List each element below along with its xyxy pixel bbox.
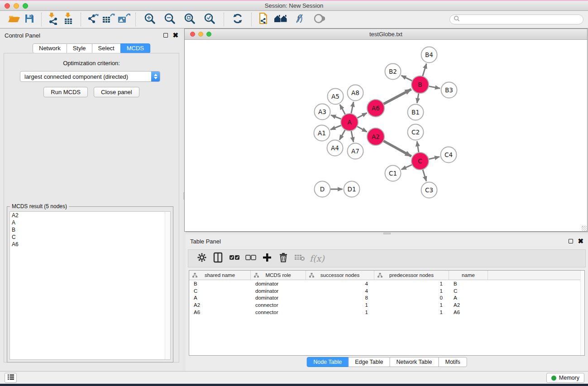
- show-column-button[interactable]: [210, 251, 226, 266]
- graph-edge-C-C3[interactable]: [422, 168, 426, 181]
- table-scrollbar[interactable]: [580, 271, 584, 355]
- graph-node-A4[interactable]: A4: [327, 140, 343, 156]
- mcds-result-item[interactable]: C: [10, 234, 170, 241]
- graph-edge-B-B1[interactable]: [417, 92, 419, 103]
- import-network-button[interactable]: [46, 12, 61, 27]
- minimize-traffic-light[interactable]: [198, 32, 203, 37]
- graph-node-B1[interactable]: B1: [408, 105, 424, 120]
- mcds-result-list[interactable]: A2ABCA6: [10, 211, 171, 360]
- mcds-result-item[interactable]: A6: [10, 241, 170, 248]
- zoom-selected-button[interactable]: [200, 12, 220, 27]
- graph-edge-B-B2[interactable]: [402, 76, 413, 81]
- deselect-all-button[interactable]: [243, 251, 259, 266]
- graph-node-A8[interactable]: A8: [348, 85, 363, 101]
- graph-edge-C-C1[interactable]: [402, 164, 413, 170]
- function-toggle-button[interactable]: f: [290, 12, 309, 27]
- optimization-criterion-dropdown[interactable]: largest connected component (directed): [20, 71, 160, 82]
- graph-node-B2[interactable]: B2: [385, 64, 401, 80]
- graph-node-C[interactable]: C: [411, 152, 429, 170]
- graph-edge-A-A3[interactable]: [331, 115, 342, 119]
- table-row[interactable]: Cdominator41C: [189, 287, 584, 295]
- tab-motifs[interactable]: Motifs: [438, 357, 467, 367]
- graph-edge-A-A2[interactable]: [356, 126, 367, 132]
- close-panel-button[interactable]: Close panel: [94, 87, 139, 97]
- column-header-name[interactable]: name: [449, 271, 488, 280]
- zoom-out-button[interactable]: [160, 12, 180, 27]
- home-button[interactable]: [271, 12, 290, 27]
- close-traffic-light[interactable]: [5, 3, 10, 9]
- table-row[interactable]: Bdominator41B: [189, 280, 584, 287]
- tab-node-table[interactable]: Node Table: [306, 357, 349, 367]
- search-input[interactable]: [462, 16, 579, 23]
- network-canvas[interactable]: B4B2BB3A8A5A6A3B1AA1C2A2A4A7C4CC1C3DD1: [185, 40, 587, 231]
- delete-table-button[interactable]: [292, 251, 308, 266]
- graph-edge-A-A5[interactable]: [340, 105, 346, 115]
- graph-edge-B-B4[interactable]: [422, 64, 426, 77]
- mcds-result-item[interactable]: A: [10, 219, 170, 226]
- graph-node-A7[interactable]: A7: [348, 143, 363, 159]
- graph-edge-C-C2[interactable]: [417, 141, 419, 153]
- save-session-button[interactable]: [22, 12, 37, 27]
- column-header-shared-name[interactable]: shared name: [189, 271, 251, 280]
- graph-node-C4[interactable]: C4: [441, 147, 457, 163]
- graph-edge-C-C4[interactable]: [428, 157, 440, 159]
- open-session-button[interactable]: [6, 12, 22, 27]
- zoom-traffic-light[interactable]: [206, 32, 211, 37]
- delete-column-button[interactable]: [275, 251, 292, 266]
- graph-node-B3[interactable]: B3: [441, 82, 457, 98]
- graph-node-A[interactable]: A: [341, 114, 358, 131]
- list-scrollbar[interactable]: [165, 212, 170, 359]
- graph-node-A5[interactable]: A5: [328, 89, 344, 105]
- add-column-button[interactable]: [259, 251, 275, 266]
- zoom-fit-button[interactable]: [180, 12, 200, 27]
- tab-network[interactable]: Network: [33, 43, 67, 53]
- export-table-button[interactable]: [100, 12, 116, 27]
- close-panel-icon[interactable]: ✖: [172, 33, 178, 38]
- tab-style[interactable]: Style: [67, 43, 92, 53]
- graph-node-B4[interactable]: B4: [421, 47, 437, 63]
- tab-edge-table[interactable]: Edge Table: [348, 357, 390, 367]
- graph-node-A3[interactable]: A3: [315, 104, 330, 120]
- graph-edge-A2-C[interactable]: [382, 140, 411, 156]
- run-mcds-button[interactable]: Run MCDS: [43, 87, 88, 97]
- mcds-result-item[interactable]: A2: [10, 212, 170, 219]
- memory-button[interactable]: Memory: [546, 373, 584, 383]
- graph-node-D[interactable]: D: [315, 181, 330, 197]
- graph-edge-B-B3[interactable]: [428, 86, 440, 88]
- resize-grip-icon[interactable]: [582, 226, 587, 231]
- graph-node-C2[interactable]: C2: [408, 124, 424, 140]
- graph-node-B[interactable]: B: [411, 76, 429, 93]
- column-header-MCDS-role[interactable]: MCDS role: [251, 271, 306, 280]
- float-panel-icon[interactable]: [569, 239, 573, 243]
- function-builder-button[interactable]: f(x): [310, 253, 325, 263]
- export-network-button[interactable]: [85, 12, 100, 27]
- graph-edge-A-A4[interactable]: [339, 129, 346, 140]
- table-row[interactable]: Adominator80A: [189, 295, 584, 302]
- export-image-button[interactable]: [116, 12, 131, 27]
- graph-edge-A6-B[interactable]: [382, 89, 411, 105]
- table-row[interactable]: A6connector11A6: [189, 309, 584, 316]
- close-traffic-light[interactable]: [190, 32, 195, 37]
- graph-node-C1[interactable]: C1: [385, 166, 401, 181]
- select-all-button[interactable]: [226, 251, 243, 266]
- minimize-traffic-light[interactable]: [14, 3, 19, 9]
- tab-network-table[interactable]: Network Table: [390, 357, 439, 367]
- zoom-in-button[interactable]: [140, 12, 160, 27]
- column-header-predecessor-nodes[interactable]: predecessor nodes: [374, 271, 449, 280]
- graph-edge-A-A7[interactable]: [351, 130, 354, 142]
- graph-edge-A-A8[interactable]: [351, 102, 354, 114]
- table-settings-button[interactable]: [194, 251, 210, 266]
- table-row[interactable]: A2connector11A2: [189, 301, 584, 309]
- network-window-titlebar[interactable]: testGlobe.txt: [185, 29, 587, 40]
- graph-node-A6[interactable]: A6: [367, 100, 384, 117]
- column-header-successor-nodes[interactable]: successor nodes: [306, 271, 374, 280]
- graph-edge-A-A6[interactable]: [356, 113, 367, 119]
- graph-node-A2[interactable]: A2: [367, 128, 384, 145]
- refresh-button[interactable]: [228, 12, 247, 27]
- graph-node-C3[interactable]: C3: [421, 182, 437, 198]
- import-table-button[interactable]: [61, 12, 76, 27]
- tab-mcds[interactable]: MCDS: [120, 43, 150, 53]
- share-document-button[interactable]: [256, 12, 271, 27]
- task-history-button[interactable]: [5, 373, 17, 383]
- search-field[interactable]: [449, 14, 583, 24]
